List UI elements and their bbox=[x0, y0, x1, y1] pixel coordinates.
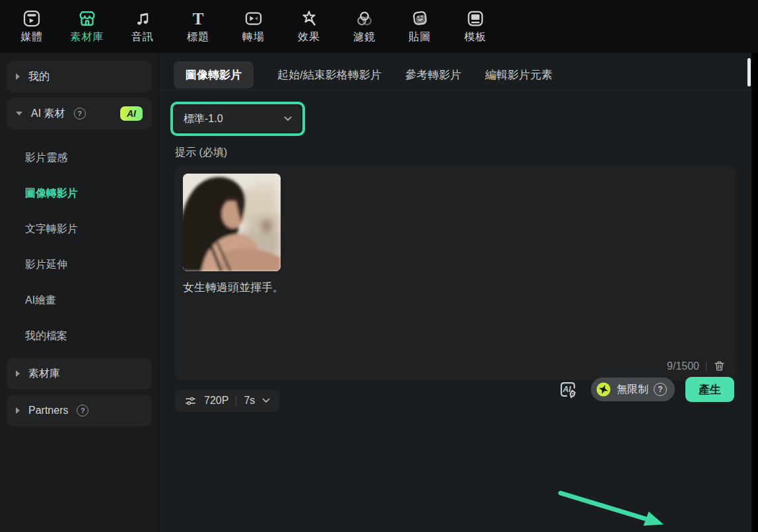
credits-unlimited-pill[interactable]: 無限制 ? bbox=[591, 378, 675, 401]
toolbar-label: 轉場 bbox=[242, 30, 265, 44]
divider bbox=[706, 361, 706, 372]
sidebar-item-library[interactable]: 素材庫 bbox=[7, 358, 152, 389]
help-icon[interactable]: ? bbox=[77, 405, 88, 416]
top-toolbar: 媒體 素材庫 音訊 T 標題 轉場 bbox=[0, 0, 758, 53]
toolbar-label: 模板 bbox=[464, 30, 487, 44]
toolbar-label: 媒體 bbox=[20, 30, 43, 44]
toolbar-item-media[interactable]: 媒體 bbox=[4, 9, 59, 44]
toolbar-label: 素材庫 bbox=[71, 30, 104, 44]
toolbar-item-stock-library[interactable]: 素材庫 bbox=[59, 9, 115, 44]
resolution-value: 720P bbox=[204, 395, 228, 407]
sidebar-item-text-to-video[interactable]: 文字轉影片 bbox=[0, 211, 158, 247]
sidebar-item-label: AI繪畫 bbox=[25, 294, 56, 308]
right-edge-strip bbox=[751, 53, 758, 532]
sidebar-item-label: Partners bbox=[28, 405, 68, 416]
output-settings-dropdown[interactable]: 720P 7s bbox=[175, 389, 279, 412]
sidebar-item-label: 我的檔案 bbox=[25, 329, 67, 343]
sidebar-item-image-to-video[interactable]: 圖像轉影片 bbox=[0, 176, 158, 211]
sidebar-item-my[interactable]: 我的 bbox=[7, 61, 152, 92]
generate-button[interactable]: 產生 bbox=[685, 377, 734, 402]
help-icon[interactable]: ? bbox=[74, 108, 86, 119]
prompt-required-label: 提示 (必填) bbox=[175, 146, 758, 160]
chevron-right-icon bbox=[16, 370, 20, 377]
delete-prompt-button[interactable] bbox=[713, 360, 726, 372]
tab-content: 標準-1.0 提示 (必填) bbox=[159, 90, 758, 412]
sidebar-item-label: 文字轉影片 bbox=[25, 222, 78, 236]
app-window: { "colors": { "accent": "#3ed9a4", "gene… bbox=[0, 0, 758, 532]
vertical-scrollbar-thumb[interactable] bbox=[747, 58, 751, 86]
toolbar-item-audio[interactable]: 音訊 bbox=[115, 9, 170, 44]
filter-icon bbox=[355, 9, 374, 28]
template-icon bbox=[465, 9, 485, 28]
annotation-arrow-to-generate bbox=[547, 482, 693, 532]
chevron-right-icon bbox=[16, 73, 20, 80]
tune-sliders-icon bbox=[184, 395, 197, 407]
toolbar-item-templates[interactable]: 模板 bbox=[448, 9, 503, 44]
toolbar-label: 效果 bbox=[298, 30, 320, 44]
media-icon bbox=[22, 9, 42, 28]
toolbar-label: 音訊 bbox=[131, 30, 154, 44]
toolbar-item-filters[interactable]: 濾鏡 bbox=[337, 9, 392, 44]
sidebar-item-ai-assets[interactable]: AI 素材 ? AI bbox=[7, 98, 152, 129]
svg-text:AI: AI bbox=[563, 385, 572, 394]
tab-edit-video-elements[interactable]: 編輯影片元素 bbox=[485, 67, 553, 83]
toolbar-item-stickers[interactable]: 貼圖 bbox=[392, 9, 448, 44]
music-note-icon bbox=[133, 9, 153, 28]
toolbar-item-transitions[interactable]: 轉場 bbox=[226, 9, 281, 44]
transition-icon bbox=[244, 9, 263, 28]
sidebar-item-partners[interactable]: Partners ? bbox=[7, 395, 152, 426]
credit-coin-icon bbox=[596, 382, 611, 397]
toolbar-item-titles[interactable]: T 標題 bbox=[170, 9, 226, 44]
model-dropdown[interactable]: 標準-1.0 bbox=[174, 106, 301, 132]
sidebar-item-label: 影片靈感 bbox=[25, 151, 67, 165]
credits-label: 無限制 bbox=[617, 383, 648, 397]
tab-bar: 圖像轉影片 起始/結束影格轉影片 參考轉影片 編輯影片元素 bbox=[159, 53, 758, 90]
main-panel: 圖像轉影片 起始/結束影格轉影片 參考轉影片 編輯影片元素 標準-1.0 提示 … bbox=[158, 53, 758, 532]
tab-image-to-video[interactable]: 圖像轉影片 bbox=[174, 61, 254, 88]
model-dropdown-highlight-annotation: 標準-1.0 bbox=[170, 102, 305, 136]
sidebar-item-label: 影片延伸 bbox=[25, 258, 67, 272]
ai-rewrite-prompt-button[interactable]: AI bbox=[555, 377, 580, 402]
effects-star-icon bbox=[299, 9, 319, 28]
tab-reference-to-video[interactable]: 參考轉影片 bbox=[405, 67, 462, 83]
sidebar-item-ai-painting[interactable]: AI繪畫 bbox=[0, 283, 158, 318]
sidebar: 我的 AI 素材 ? AI 影片靈感 圖像轉影片 文字轉影片 影片延伸 AI繪畫… bbox=[0, 53, 158, 532]
prompt-image-thumbnail[interactable] bbox=[183, 174, 281, 271]
divider bbox=[236, 395, 236, 406]
toolbar-label: 濾鏡 bbox=[353, 30, 376, 44]
chevron-right-icon bbox=[16, 407, 20, 414]
sidebar-item-label: 圖像轉影片 bbox=[25, 187, 78, 201]
sidebar-item-my-files[interactable]: 我的檔案 bbox=[0, 318, 158, 354]
prompt-footer: 9/1500 bbox=[667, 360, 726, 372]
prompt-text[interactable]: 女生轉過頭並揮手。 bbox=[183, 280, 728, 295]
char-count: 9/1500 bbox=[667, 360, 699, 372]
ai-pen-icon: AI bbox=[557, 378, 579, 401]
ai-badge: AI bbox=[120, 106, 143, 121]
store-icon bbox=[77, 9, 97, 28]
chevron-down-icon bbox=[284, 116, 292, 121]
title-icon: T bbox=[188, 9, 208, 28]
chevron-down-icon bbox=[16, 112, 22, 116]
duration-value: 7s bbox=[244, 395, 255, 407]
woman-portrait-image bbox=[183, 174, 281, 271]
sidebar-ai-submenu: 影片靈感 圖像轉影片 文字轉影片 影片延伸 AI繪畫 我的檔案 bbox=[0, 135, 158, 358]
sidebar-item-label: 素材庫 bbox=[28, 367, 60, 381]
chevron-down-icon bbox=[262, 398, 270, 403]
model-dropdown-value: 標準-1.0 bbox=[184, 112, 223, 126]
sticker-icon bbox=[410, 9, 430, 28]
sidebar-item-video-inspiration[interactable]: 影片靈感 bbox=[0, 140, 158, 176]
help-icon[interactable]: ? bbox=[654, 383, 667, 396]
generate-footer: AI 無限制 ? 產生 bbox=[555, 377, 734, 402]
tab-start-end-frame-to-video[interactable]: 起始/結束影格轉影片 bbox=[277, 67, 382, 83]
toolbar-item-effects[interactable]: 效果 bbox=[281, 9, 337, 44]
sidebar-item-video-extend[interactable]: 影片延伸 bbox=[0, 247, 158, 283]
trash-icon bbox=[713, 360, 726, 372]
prompt-input-area[interactable]: 女生轉過頭並揮手。 9/1500 bbox=[175, 166, 736, 380]
sidebar-item-label: 我的 bbox=[28, 70, 50, 84]
sidebar-item-label: AI 素材 bbox=[31, 107, 65, 121]
toolbar-label: 貼圖 bbox=[409, 30, 431, 44]
svg-text:T: T bbox=[193, 10, 204, 28]
toolbar-label: 標題 bbox=[187, 30, 209, 44]
